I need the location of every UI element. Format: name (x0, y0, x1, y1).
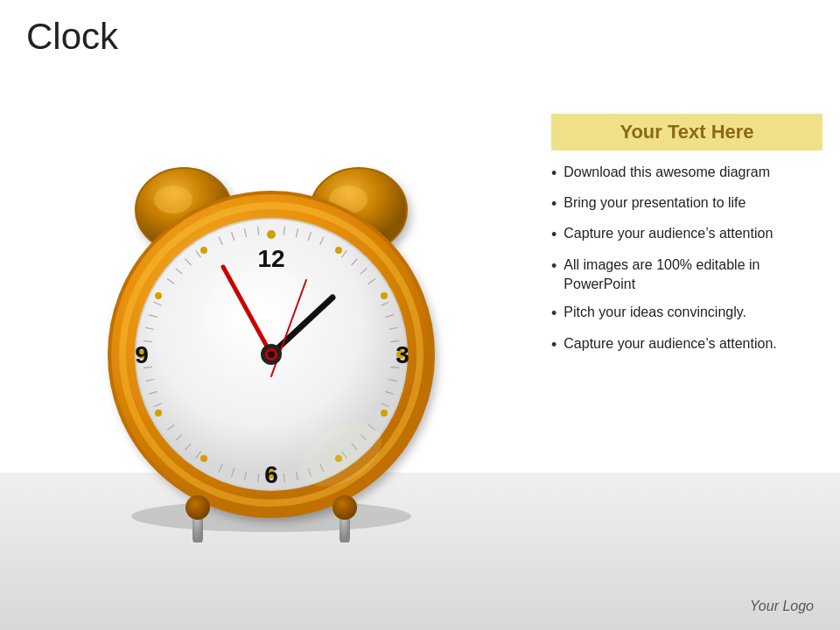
bullet-item-5: Capture your audience’s attention. (551, 334, 822, 356)
svg-point-88 (332, 495, 357, 520)
svg-point-14 (267, 230, 276, 239)
bullet-item-3: All images are 100% editable in PowerPoi… (551, 256, 822, 295)
svg-point-16 (381, 292, 388, 299)
clock-illustration: 12 3 6 9 (79, 105, 464, 542)
svg-point-15 (335, 247, 342, 254)
bullet-item-2: Capture your audience’s attention (551, 224, 822, 246)
svg-point-83 (268, 351, 275, 358)
svg-point-87 (186, 495, 210, 520)
svg-point-21 (200, 455, 207, 462)
svg-point-25 (200, 247, 207, 254)
bullet-list: Download this awesome diagramBring your … (551, 163, 822, 356)
text-panel: Your Text Here Download this awesome dia… (551, 114, 822, 365)
bullet-item-0: Download this awesome diagram (551, 163, 822, 185)
svg-text:12: 12 (257, 245, 284, 272)
svg-point-22 (155, 410, 162, 416)
svg-text:3: 3 (396, 341, 410, 368)
svg-point-18 (381, 410, 388, 416)
text-header: Your Text Here (551, 114, 822, 150)
svg-point-2 (154, 186, 192, 214)
bullet-item-1: Bring your presentation to life (551, 193, 822, 215)
clock-container: 12 3 6 9 (52, 79, 490, 569)
svg-text:9: 9 (135, 341, 149, 368)
svg-text:6: 6 (264, 461, 278, 488)
bullet-item-4: Pitch your ideas convincingly. (551, 303, 822, 325)
page-title: Clock (26, 16, 118, 58)
logo: Your Logo (750, 598, 814, 614)
svg-point-24 (155, 292, 162, 299)
